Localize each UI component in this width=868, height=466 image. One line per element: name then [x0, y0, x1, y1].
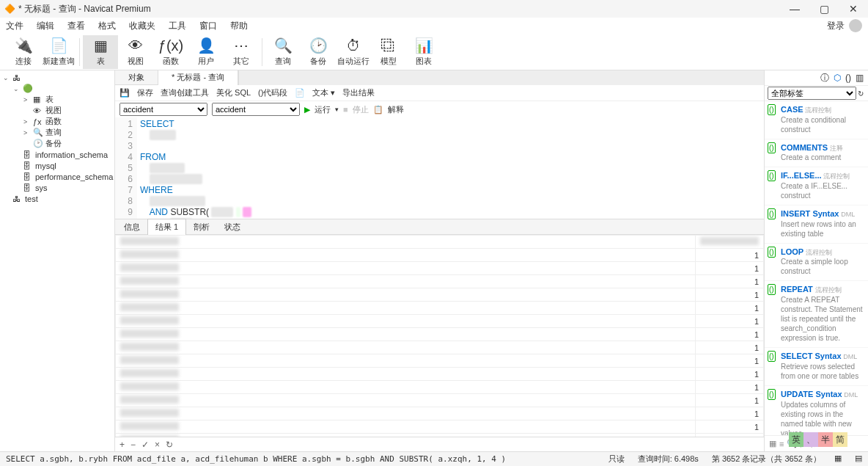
toolbar-连接[interactable]: 🔌连接 — [6, 35, 41, 69]
tree-item[interactable]: 🗄performance_schema — [0, 171, 114, 182]
table-row[interactable]: 1 — [116, 302, 764, 315]
text-button[interactable]: 文本 ▾ — [312, 87, 335, 98]
table-row[interactable]: 1 — [116, 275, 764, 288]
status-sql: SELECT a.sgbh, b.rybh FROM acd_file a, a… — [6, 454, 506, 464]
status-grid-icon[interactable]: ▦ — [834, 454, 842, 465]
tree-item[interactable]: ⌄🟢 — [0, 83, 114, 94]
delete-row-button[interactable]: − — [130, 440, 136, 450]
menu-edit[interactable]: 编辑 — [37, 20, 54, 32]
toolbar-图表[interactable]: 📊图表 — [406, 35, 441, 69]
table-row[interactable]: 1 — [116, 394, 764, 407]
table-row[interactable]: 1 — [116, 407, 764, 421]
toolbar-用户[interactable]: 👤用户 — [188, 35, 224, 69]
snippet-COMMENTS[interactable]: COMMENTS 注释Create a comment — [765, 139, 868, 168]
table-row[interactable]: 1 — [116, 341, 764, 354]
minimize-button[interactable]: — — [784, 3, 805, 15]
save-button[interactable]: 保存 — [137, 87, 153, 98]
tree-item[interactable]: 🗄sys — [0, 182, 114, 193]
result-tab-结果 1[interactable]: 结果 1 — [147, 219, 186, 236]
result-tab-信息[interactable]: 信息 — [117, 219, 147, 235]
snippet-button[interactable]: ()代码段 — [258, 87, 287, 98]
sql-editor[interactable]: 12345678910 SELECT xxxxxx FROM xxxxxxxx … — [115, 117, 764, 219]
snippet-CASE[interactable]: CASE 流程控制Create a conditional construct — [765, 101, 868, 139]
snippet-filter-select[interactable]: 全部标签 — [768, 87, 856, 100]
menu-file[interactable]: 文件 — [6, 20, 23, 32]
export-result-button[interactable]: 导出结果 — [342, 87, 375, 98]
status-form-icon[interactable]: ▤ — [855, 454, 862, 465]
result-tabs: 信息结果 1剖析状态 — [115, 219, 764, 235]
toolbar-视图[interactable]: 👁视图 — [118, 35, 153, 69]
explain-button[interactable]: 解释 — [388, 104, 404, 115]
panel-icon-1[interactable]: ⓘ — [820, 72, 829, 84]
menu-view[interactable]: 查看 — [67, 20, 85, 32]
tree-item[interactable]: 🖧test — [0, 193, 114, 204]
tab-对象[interactable]: 对象 — [115, 70, 158, 85]
table-row[interactable]: 1 — [116, 421, 764, 434]
toolbar-表[interactable]: ▦表 — [83, 35, 118, 69]
beautify-sql-button[interactable]: 美化 SQL — [216, 87, 251, 98]
table-row[interactable]: 1 — [116, 434, 764, 437]
snippet-list[interactable]: CASE 流程控制Create a conditional constructC… — [765, 101, 868, 435]
panel-icon-2[interactable]: ⬡ — [834, 73, 841, 83]
apply-button[interactable]: ✓ — [141, 440, 149, 450]
tree-item[interactable]: >▦表 — [0, 94, 114, 105]
status-readonly: 只读 — [608, 454, 625, 465]
menu-window[interactable]: 窗口 — [199, 20, 217, 32]
menu-format[interactable]: 格式 — [98, 20, 116, 32]
result-tab-剖析[interactable]: 剖析 — [186, 219, 217, 235]
grid-view-icon[interactable]: ▦ — [769, 439, 776, 448]
snippet-SELECT Syntax[interactable]: SELECT Syntax DMLRetrieve rows selected … — [765, 348, 868, 386]
toolbar-备份[interactable]: 🕑备份 — [301, 35, 336, 69]
toolbar-查询[interactable]: 🔍查询 — [265, 35, 301, 69]
sql-code[interactable]: SELECT xxxxxx FROM xxxxxxxx xxxxxxxxxxxx… — [137, 117, 764, 219]
tree-item[interactable]: >🔍查询 — [0, 127, 114, 138]
menu-tools[interactable]: 工具 — [169, 20, 186, 32]
table-row[interactable]: 1 — [116, 368, 764, 381]
login-link[interactable]: 登录 — [827, 20, 845, 32]
query-builder-button[interactable]: 查询创建工具 — [161, 87, 209, 98]
snippet-INSERT Syntax[interactable]: INSERT Syntax DMLInsert new rows into an… — [765, 205, 868, 244]
table-row[interactable]: 1 — [116, 262, 764, 275]
table-row[interactable]: 1 — [116, 354, 764, 368]
add-row-button[interactable]: + — [119, 440, 125, 450]
tree-item[interactable]: ⌄🖧 — [0, 72, 114, 83]
snippet-LOOP[interactable]: LOOP 流程控制Create a simple loop construct — [765, 244, 868, 282]
toolbar-模型[interactable]: ⿻模型 — [371, 35, 406, 69]
table-row[interactable]: 1 — [116, 249, 764, 262]
result-tab-状态[interactable]: 状态 — [217, 219, 248, 235]
toolbar-其它[interactable]: ⋯其它 — [224, 35, 259, 69]
table-row[interactable]: 1 — [116, 315, 764, 328]
tree-item[interactable]: 🕑备份 — [0, 138, 114, 149]
toolbar-函数[interactable]: ƒ(x)函数 — [153, 35, 188, 69]
table-row[interactable]: 1 — [116, 381, 764, 394]
refresh-snippets-icon[interactable]: ↻ — [856, 90, 865, 98]
cancel-button[interactable]: × — [155, 440, 160, 450]
tree-item[interactable]: 🗄mysql — [0, 160, 114, 171]
tree-item[interactable]: 🗄information_schema — [0, 149, 114, 160]
list-view-icon[interactable]: ≡ — [779, 440, 784, 448]
stop-button[interactable]: 停止 — [353, 104, 369, 115]
avatar-icon[interactable] — [849, 19, 862, 32]
snippet-UPDATE Syntax[interactable]: UPDATE Syntax DMLUpdates columns of exis… — [765, 386, 868, 435]
status-records: 第 3652 条记录（共 3652 条） — [712, 454, 821, 465]
tree-item[interactable]: 👁视图 — [0, 105, 114, 116]
toolbar-新建查询[interactable]: 📄新建查询 — [41, 35, 76, 69]
tree-item[interactable]: >ƒx函数 — [0, 116, 114, 127]
table-row[interactable]: 1 — [116, 288, 764, 302]
database-select[interactable]: accident — [119, 103, 207, 116]
snippet-IF...ELSE...[interactable]: IF...ELSE... 流程控制Create a IF...ELSE... c… — [765, 167, 868, 205]
panel-icon-3[interactable]: () — [845, 73, 851, 83]
panel-icon-4[interactable]: ▥ — [856, 73, 864, 83]
close-button[interactable]: ✕ — [843, 3, 864, 15]
schema-select[interactable]: accident — [212, 103, 300, 116]
toolbar-自动运行[interactable]: ⏱自动运行 — [336, 35, 371, 69]
table-row[interactable]: 1 — [116, 328, 764, 341]
menu-favorites[interactable]: 收藏夹 — [129, 20, 155, 32]
run-button[interactable]: 运行 — [315, 104, 331, 115]
snippet-REPEAT[interactable]: REPEAT 流程控制Create A REPEAT construct. Th… — [765, 281, 868, 348]
refresh-button[interactable]: ↻ — [166, 440, 173, 450]
maximize-button[interactable]: ▢ — [814, 3, 834, 15]
menu-help[interactable]: 帮助 — [230, 20, 248, 32]
result-grid[interactable]: 1111111111111111 — [115, 235, 764, 437]
tab-* 无标题 - 查询[interactable]: * 无标题 - 查询 — [158, 70, 238, 85]
